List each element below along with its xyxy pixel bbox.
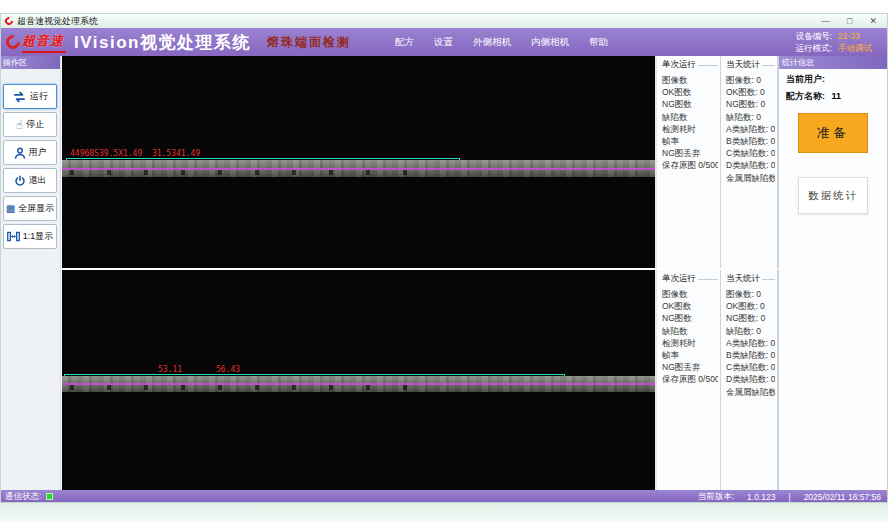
user-button-label: 用户 (29, 146, 47, 159)
run-sync-icon (12, 91, 27, 103)
current-user-label: 当前用户: (786, 74, 825, 84)
status-bar-right: 当前版本: 1.0.123 | 2025/02/11 16:57:56 (698, 491, 883, 503)
stat-row: C类缺陷数: 0 (726, 361, 775, 373)
stat-row: C类缺陷数: 0 (726, 147, 775, 159)
menu-item[interactable]: 配方 (395, 36, 414, 49)
stat-row: 检测耗时 (662, 123, 718, 135)
brand: 超音速 (6, 32, 66, 53)
data-statistics-button[interactable]: 数据统计 (798, 177, 868, 214)
single-run-title: 单次运行 (662, 273, 718, 285)
stat-row: A类缺陷数: 0 (726, 123, 775, 135)
measurement-annotation: 56.43 (216, 365, 240, 374)
comm-status-label: 通信状态: (5, 491, 41, 503)
stat-row: D类缺陷数: 0 (726, 373, 775, 385)
app-subtitle: 熔珠端面检测 (267, 34, 351, 51)
info-panel: 统计信息 当前用户: 配方名称: 11 准备 数据统计 (778, 56, 888, 490)
one-to-one-button-label: 1:1显示 (23, 230, 54, 243)
titlebar: 超音速视觉处理系统 — □ ✕ (0, 13, 888, 28)
brand-name: 超音速 (22, 32, 66, 53)
menu-item[interactable]: 设置 (434, 36, 453, 49)
stat-row: OK图数 (662, 86, 718, 98)
close-button[interactable]: ✕ (869, 16, 877, 26)
stat-row: NG图丢弃 (662, 147, 718, 159)
exit-button-label: 退出 (29, 174, 47, 187)
status-bar: 通信状态: 当前版本: 1.0.123 | 2025/02/11 16:57:5… (0, 490, 888, 503)
menu-item[interactable]: 帮助 (589, 36, 608, 49)
stat-row: 图像数: 0 (726, 288, 775, 300)
hand-stop-icon: ☝ (16, 119, 23, 131)
user-button[interactable]: 用户 (3, 140, 57, 165)
measurement-annotation: 53.11 (158, 365, 182, 374)
stat-row: 帧率 (662, 349, 718, 361)
version-value: 1.0.123 (747, 492, 775, 502)
stat-row: NG图数: 0 (726, 98, 775, 110)
stat-row: OK图数: 0 (726, 86, 775, 98)
stat-row: 图像数 (662, 288, 718, 300)
stat-row: 缺陷数: 0 (726, 325, 775, 337)
single-run-column: 单次运行 图像数OK图数NG图数缺陷数检测耗时帧率NG图丢弃保存原图 0/500 (657, 270, 721, 490)
daily-stats-column: 当天统计 图像数: 0OK图数: 0NG图数: 0缺陷数: 0A类缺陷数: 0B… (721, 270, 778, 490)
stat-row: 保存原图 0/500 (662, 373, 718, 385)
window-title: 超音速视觉处理系统 (17, 15, 98, 28)
app-header: 超音速 IVision视觉处理系统 熔珠端面检测 配方设置外侧相机内侧相机帮助 … (0, 28, 888, 56)
stat-row: B类缺陷数: 0 (726, 135, 775, 147)
stat-row: 图像数 (662, 74, 718, 86)
sidebar-title: 操作区 (0, 56, 60, 69)
header-status: 设备编号: 22-33 运行模式: 手动调试 (796, 31, 882, 54)
menu-item[interactable]: 内侧相机 (531, 36, 569, 49)
app-window: 超音速视觉处理系统 — □ ✕ 超音速 IVision视觉处理系统 熔珠端面检测… (0, 0, 888, 522)
minimize-button[interactable]: — (821, 16, 830, 26)
camera-view-2: 53.11 56.43 (62, 270, 655, 490)
one-to-one-button[interactable]: 1:1显示 (3, 224, 57, 249)
measurement-annotation: 44968S39.5X1.49 31.5341.49 (70, 149, 200, 158)
one-to-one-icon (7, 231, 20, 242)
stat-row: D类缺陷数: 0 (726, 159, 775, 171)
maximize-button[interactable]: □ (847, 16, 852, 26)
stat-row: 缺陷数: 0 (726, 111, 775, 123)
fullscreen-button[interactable]: ▩ 全屏显示 (3, 196, 57, 221)
stat-row: 帧率 (662, 135, 718, 147)
menu-item[interactable]: 外侧相机 (473, 36, 511, 49)
daily-stats-rows: 图像数: 0OK图数: 0NG图数: 0缺陷数: 0A类缺陷数: 0B类缺陷数:… (726, 288, 775, 398)
single-run-rows: 图像数OK图数NG图数缺陷数检测耗时帧率NG图丢弃保存原图 0/500 (662, 288, 718, 386)
stat-row: 检测耗时 (662, 337, 718, 349)
run-button[interactable]: 运行 (3, 84, 57, 109)
desktop-strip (0, 503, 888, 522)
stop-button[interactable]: ☝ 停止 (3, 112, 57, 137)
measurement-line (62, 383, 655, 385)
stats-panel-1: 单次运行 图像数OK图数NG图数缺陷数检测耗时帧率NG图丢弃保存原图 0/500… (655, 56, 778, 268)
user-icon (14, 147, 26, 159)
stat-row: NG图数 (662, 312, 718, 324)
run-mode-label: 运行模式: (796, 43, 832, 54)
app-title: IVision视觉处理系统 (74, 31, 251, 54)
stat-row: 金属屑缺陷数: 0 (726, 386, 775, 398)
fullscreen-grid-icon: ▩ (6, 203, 15, 215)
daily-stats-title: 当天统计 (726, 59, 775, 71)
brand-swirl-icon (3, 32, 23, 52)
run-mode-value: 手动调试 (838, 43, 872, 54)
info-panel-title: 统计信息 (779, 56, 888, 69)
prepare-button[interactable]: 准备 (798, 113, 868, 153)
window-controls: — □ ✕ (821, 16, 883, 26)
stat-row: OK图数 (662, 300, 718, 312)
sidebar-buttons: 运行 ☝ 停止 用户 退出 ▩ 全屏显示 (0, 69, 60, 249)
stat-row: A类缺陷数: 0 (726, 337, 775, 349)
stat-row: OK图数: 0 (726, 300, 775, 312)
status-divider: | (788, 492, 790, 502)
stat-row: 图像数: 0 (726, 74, 775, 86)
version-label: 当前版本: (698, 491, 734, 503)
device-number-value: 22-33 (838, 31, 872, 42)
device-number-label: 设备编号: (796, 31, 832, 42)
daily-stats-rows: 图像数: 0OK图数: 0NG图数: 0缺陷数: 0A类缺陷数: 0B类缺陷数:… (726, 74, 775, 184)
stop-button-label: 停止 (26, 118, 44, 131)
datetime-value: 2025/02/11 16:57:56 (804, 492, 881, 502)
stats-panel-2: 单次运行 图像数OK图数NG图数缺陷数检测耗时帧率NG图丢弃保存原图 0/500… (655, 270, 778, 490)
comm-status-indicator (46, 493, 53, 500)
run-button-label: 运行 (30, 90, 48, 103)
single-run-rows: 图像数OK图数NG图数缺陷数检测耗时帧率NG图丢弃保存原图 0/500 (662, 74, 718, 172)
stat-row: NG图数: 0 (726, 312, 775, 324)
exit-button[interactable]: 退出 (3, 168, 57, 193)
current-user-row: 当前用户: (779, 69, 888, 86)
daily-stats-column: 当天统计 图像数: 0OK图数: 0NG图数: 0缺陷数: 0A类缺陷数: 0B… (721, 56, 778, 268)
stat-row: 金属屑缺陷数: 0 (726, 172, 775, 184)
